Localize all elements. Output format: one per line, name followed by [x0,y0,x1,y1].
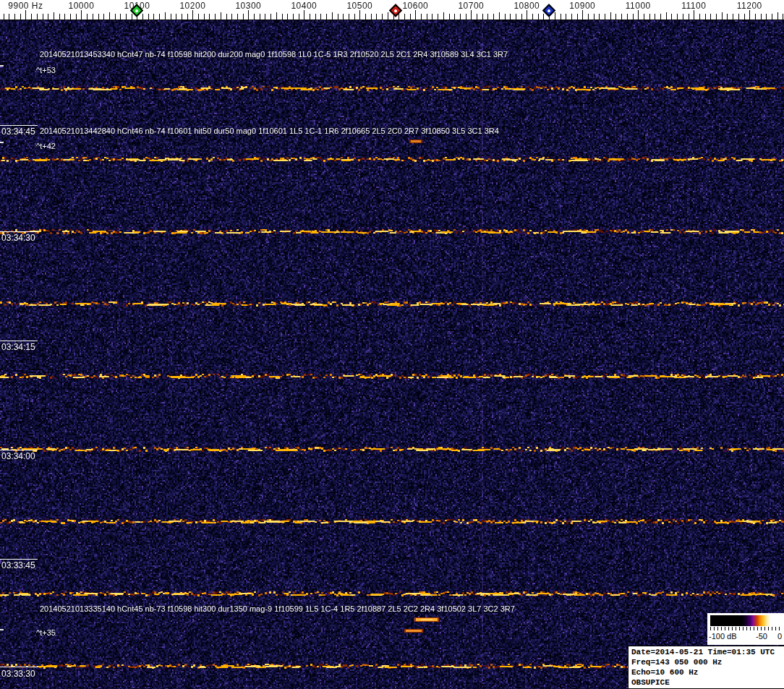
db-mid-label: -50 [756,632,767,641]
freq-label: 11200 [737,1,762,11]
info-station-name: OBSUPICE [631,677,784,688]
db-color-scale: -100 dB -50 0 [707,613,784,645]
info-echo-frequency: Echo=10 600 Hz [631,667,784,677]
freq-label: 10400 [291,1,317,11]
time-label: 03:34:15 [1,342,35,352]
time-tick [0,125,38,126]
freq-label: 10900 [569,1,595,11]
freq-label: 11000 [626,1,651,11]
detection-time-offset: ^t+35 [36,628,56,637]
color-scale-ticks [710,627,782,630]
freq-label: 10500 [346,1,372,11]
event-edge-marker [0,142,4,143]
time-label: 03:34:30 [1,233,35,243]
time-tick [0,341,38,341]
event-edge-marker [0,65,4,67]
freq-label: 10000 [68,1,94,11]
detection-header: 20140521013453340 hCnt47 nb-74 f10598 hi… [40,50,508,59]
db-max-label: 0 [777,632,782,641]
time-label: 03:34:00 [1,451,35,461]
time-label: 03:33:45 [1,560,35,570]
freq-label: 11100 [681,1,706,11]
detection-header: 20140521013335140 hCnt45 nb-73 f10598 hi… [40,604,515,613]
spectrogram-app-window: 9900 Hz100001010010200103001040010500106… [0,0,784,689]
frequency-ruler: 9900 Hz100001010010200103001040010500106… [0,0,784,20]
time-label: 03:34:45 [1,127,35,137]
spectrogram-waterfall[interactable] [0,20,784,689]
event-edge-marker [0,629,4,630]
time-tick [0,667,38,667]
detection-header: 20140521013442840 hCnt46 nb-74 f10601 hi… [40,127,499,135]
time-tick [0,559,38,560]
diamond-center-dot [135,9,140,13]
diamond-center-dot [547,9,551,13]
freq-label: 10300 [235,1,261,11]
freq-label: 10600 [402,1,428,11]
freq-label: 10800 [514,1,540,11]
time-tick [0,450,38,450]
freq-label: 10700 [458,1,484,11]
detection-time-offset: ^t+53 [36,66,56,74]
info-date-time: Date=2014-05-21 Time=01:35 UTC [631,647,784,657]
color-gradient-bar [710,615,782,626]
info-frequency: Freq=143 050 000 Hz [631,657,784,667]
db-min-label: -100 dB [709,632,737,641]
time-label: 03:33:30 [1,669,35,679]
diamond-center-dot [394,9,399,13]
freq-label: 9900 Hz [8,1,43,11]
freq-label: 10200 [179,1,205,11]
time-tick [0,231,38,232]
detection-time-offset: ^t+42 [36,142,56,150]
status-info-box: Date=2014-05-21 Time=01:35 UTC Freq=143 … [628,646,784,689]
